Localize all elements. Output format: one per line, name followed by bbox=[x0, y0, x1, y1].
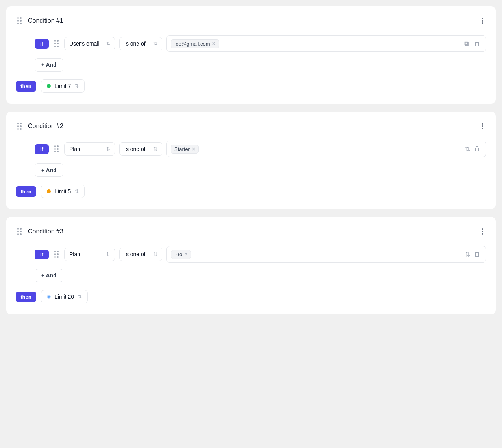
value-chevron-3: ⇅ bbox=[465, 251, 470, 258]
operator-value-2: Is one of bbox=[124, 146, 146, 152]
tag-close-1-0[interactable]: × bbox=[212, 41, 216, 46]
condition-drag-handle-1[interactable] bbox=[16, 16, 23, 26]
condition-card-2: Condition #2 if Plan ⇅ Is one of ⇅ bbox=[6, 112, 496, 209]
then-chevron-3: ⇅ bbox=[78, 294, 82, 299]
then-chevron-2: ⇅ bbox=[75, 189, 79, 194]
delete-row-button-2[interactable]: 🗑 bbox=[472, 144, 482, 154]
then-dot-1 bbox=[47, 84, 51, 88]
then-label-1: Limit 7 bbox=[55, 83, 71, 89]
row-drag-handle-3[interactable] bbox=[53, 249, 60, 259]
value-field-1[interactable]: foo@gmail.com × ⧉ 🗑 bbox=[166, 35, 486, 52]
tag-close-2-0[interactable]: × bbox=[192, 146, 195, 152]
if-badge-2: if bbox=[35, 144, 49, 154]
then-select-1[interactable]: Limit 7 ⇅ bbox=[41, 79, 85, 93]
tag-2-0: Starter × bbox=[171, 145, 199, 154]
then-select-3[interactable]: Limit 20 ⇅ bbox=[41, 290, 88, 303]
card-header-left-1: Condition #1 bbox=[16, 16, 63, 26]
field-chevron-3: ⇅ bbox=[106, 252, 110, 257]
tag-label-2-0: Starter bbox=[174, 146, 190, 152]
field-chevron-2: ⇅ bbox=[106, 146, 110, 152]
tag-close-3-0[interactable]: × bbox=[185, 252, 188, 257]
if-row-2: if Plan ⇅ Is one of ⇅ Starter × ⇅ 🗑 bbox=[35, 141, 486, 157]
condition-title-1: Condition #1 bbox=[28, 17, 63, 24]
if-badge-3: if bbox=[35, 250, 49, 259]
then-row-1: then Limit 7 ⇅ bbox=[16, 79, 486, 93]
value-field-actions-2: ⇅ 🗑 bbox=[465, 144, 482, 154]
and-button-3[interactable]: + And bbox=[35, 269, 63, 282]
value-chevron-2: ⇅ bbox=[465, 145, 470, 153]
operator-select-2[interactable]: Is one of ⇅ bbox=[119, 142, 162, 156]
delete-row-button-1[interactable]: 🗑 bbox=[472, 39, 482, 49]
field-select-value-2: Plan bbox=[69, 146, 80, 152]
value-field-actions-3: ⇅ 🗑 bbox=[465, 249, 482, 259]
value-tags-1: foo@gmail.com × bbox=[171, 39, 460, 48]
then-label-3: Limit 20 bbox=[55, 294, 74, 300]
then-select-2[interactable]: Limit 5 ⇅ bbox=[41, 185, 85, 198]
tag-3-0: Pro × bbox=[171, 250, 191, 259]
field-select-value-3: Plan bbox=[69, 251, 80, 257]
then-dot-2 bbox=[47, 189, 51, 193]
then-badge-2: then bbox=[16, 186, 36, 197]
and-button-2[interactable]: + And bbox=[35, 163, 63, 177]
condition-card-1: Condition #1 if User's email ⇅ Is one of… bbox=[6, 6, 496, 104]
value-field-2[interactable]: Starter × ⇅ 🗑 bbox=[166, 141, 486, 157]
then-badge-1: then bbox=[16, 81, 36, 92]
condition-more-button-1[interactable] bbox=[478, 16, 486, 26]
field-select-2[interactable]: Plan ⇅ bbox=[64, 142, 115, 156]
tag-label-3-0: Pro bbox=[174, 252, 182, 257]
card-header-left-2: Condition #2 bbox=[16, 121, 63, 131]
operator-select-1[interactable]: Is one of ⇅ bbox=[119, 37, 162, 50]
condition-title-2: Condition #2 bbox=[28, 123, 63, 130]
tag-1-0: foo@gmail.com × bbox=[171, 39, 219, 48]
row-drag-handle-2[interactable] bbox=[53, 144, 60, 154]
field-select-3[interactable]: Plan ⇅ bbox=[64, 248, 115, 261]
operator-chevron-3: ⇅ bbox=[153, 252, 157, 257]
condition-more-button-2[interactable] bbox=[478, 121, 486, 131]
operator-chevron-1: ⇅ bbox=[153, 41, 157, 46]
then-badge-3: then bbox=[16, 292, 36, 302]
condition-drag-handle-3[interactable] bbox=[16, 226, 23, 237]
row-drag-handle-1[interactable] bbox=[53, 39, 60, 49]
value-field-actions-1: ⧉ 🗑 bbox=[463, 39, 482, 49]
copy-button-1[interactable]: ⧉ bbox=[463, 39, 470, 49]
if-row-1: if User's email ⇅ Is one of ⇅ foo@gmail.… bbox=[35, 35, 486, 52]
operator-value-3: Is one of bbox=[124, 251, 146, 257]
operator-chevron-2: ⇅ bbox=[153, 146, 157, 152]
tag-label-1-0: foo@gmail.com bbox=[174, 41, 210, 47]
if-badge-1: if bbox=[35, 39, 49, 49]
field-select-value-1: User's email bbox=[69, 40, 100, 47]
value-tags-2: Starter × bbox=[171, 145, 462, 154]
field-chevron-1: ⇅ bbox=[106, 41, 110, 46]
card-header-left-3: Condition #3 bbox=[16, 226, 63, 237]
card-header-1: Condition #1 bbox=[16, 16, 486, 26]
condition-more-button-3[interactable] bbox=[478, 227, 486, 236]
then-label-2: Limit 5 bbox=[55, 188, 71, 195]
if-row-3: if Plan ⇅ Is one of ⇅ Pro × ⇅ 🗑 bbox=[35, 246, 486, 263]
card-header-2: Condition #2 bbox=[16, 121, 486, 131]
value-field-3[interactable]: Pro × ⇅ 🗑 bbox=[166, 246, 486, 263]
condition-drag-handle-2[interactable] bbox=[16, 121, 23, 131]
condition-card-3: Condition #3 if Plan ⇅ Is one of ⇅ bbox=[6, 217, 496, 314]
operator-value-1: Is one of bbox=[124, 40, 146, 47]
then-dot-3 bbox=[47, 295, 51, 299]
and-button-1[interactable]: + And bbox=[35, 58, 63, 72]
operator-select-3[interactable]: Is one of ⇅ bbox=[119, 248, 162, 261]
condition-title-3: Condition #3 bbox=[28, 228, 63, 235]
value-tags-3: Pro × bbox=[171, 250, 462, 259]
field-select-1[interactable]: User's email ⇅ bbox=[64, 37, 115, 50]
then-row-2: then Limit 5 ⇅ bbox=[16, 185, 486, 198]
then-chevron-1: ⇅ bbox=[75, 83, 79, 89]
card-header-3: Condition #3 bbox=[16, 226, 486, 237]
delete-row-button-3[interactable]: 🗑 bbox=[472, 249, 482, 259]
then-row-3: then Limit 20 ⇅ bbox=[16, 290, 486, 303]
